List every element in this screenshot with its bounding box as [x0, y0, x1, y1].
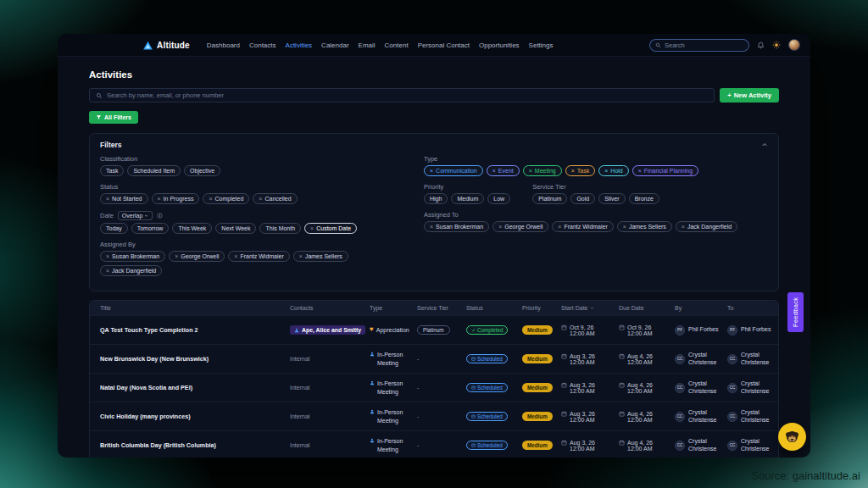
remove-icon[interactable]: ×: [430, 224, 433, 230]
activities-search[interactable]: [89, 88, 715, 103]
remove-icon[interactable]: ×: [638, 168, 642, 174]
column-header-start-date[interactable]: Start Date: [558, 305, 615, 311]
filter-chip[interactable]: × Financial Planning: [632, 165, 698, 176]
table-row[interactable]: Natal Day (Nova Scotia and PEI) Internal…: [90, 373, 778, 402]
date-mode-select[interactable]: Overlap: [118, 211, 153, 220]
filter-chip[interactable]: × Jack Dangerfield: [676, 221, 737, 232]
table-row[interactable]: QA Test Touch Type Completion 2 Ape, Ali…: [90, 315, 778, 344]
filter-chip[interactable]: × James Sellers: [293, 251, 348, 262]
remove-icon[interactable]: ×: [604, 168, 608, 174]
nav-item[interactable]: Dashboard: [207, 42, 240, 49]
remove-icon[interactable]: ×: [529, 168, 532, 174]
info-icon[interactable]: [157, 213, 163, 219]
filter-chip[interactable]: × Completed: [203, 193, 249, 204]
remove-icon[interactable]: ×: [558, 224, 561, 230]
remove-icon[interactable]: ×: [259, 196, 262, 202]
nav-item[interactable]: Settings: [529, 42, 554, 49]
remove-icon[interactable]: ×: [106, 268, 109, 274]
filter-chip[interactable]: × Jack Dangerfield: [100, 265, 162, 276]
chat-mascot-button[interactable]: [778, 423, 806, 451]
activities-search-input[interactable]: [107, 92, 708, 99]
notifications-button[interactable]: [757, 42, 765, 49]
nav-item[interactable]: Activities: [286, 42, 313, 49]
filter-chip[interactable]: × Meeting: [523, 165, 562, 176]
column-header-type[interactable]: Type: [366, 305, 414, 311]
filter-chip[interactable]: × Frantz Widmaier: [552, 221, 613, 232]
column-header-title[interactable]: Title: [90, 305, 287, 311]
filter-chip[interactable]: Platinum: [532, 193, 567, 204]
filter-chip-custom-date[interactable]: × Custom Date: [304, 223, 357, 234]
nav-item[interactable]: Content: [385, 42, 409, 49]
filter-chip[interactable]: × Communication: [424, 165, 483, 176]
all-filters-button[interactable]: All Filters: [89, 111, 138, 124]
filter-chip[interactable]: Silver: [598, 193, 626, 204]
filter-chip[interactable]: High: [424, 193, 448, 204]
filter-chip[interactable]: × Task: [565, 165, 596, 176]
activity-title[interactable]: British Columbia Day (British Columbia): [90, 439, 287, 452]
nav-item[interactable]: Opportunities: [479, 42, 520, 49]
table-row[interactable]: British Columbia Day (British Columbia) …: [90, 430, 778, 458]
filter-chip[interactable]: Medium: [451, 193, 484, 204]
topbar-search-input[interactable]: [665, 42, 743, 49]
remove-icon[interactable]: ×: [571, 168, 575, 174]
filter-chip[interactable]: × Susan Brokerman: [424, 221, 489, 232]
collapse-filters-button[interactable]: [761, 141, 768, 148]
filter-chip[interactable]: Task: [100, 165, 124, 176]
theme-toggle-button[interactable]: [772, 41, 781, 49]
remove-icon[interactable]: ×: [492, 168, 496, 174]
filter-chip[interactable]: Next Week: [215, 223, 256, 234]
filter-chip[interactable]: × Cancelled: [253, 193, 297, 204]
filter-chip[interactable]: Low: [487, 193, 510, 204]
new-activity-button[interactable]: + New Activity: [720, 88, 779, 103]
filter-chip[interactable]: Scheduled Item: [127, 165, 181, 176]
filter-chip[interactable]: × James Sellers: [617, 221, 672, 232]
filter-chip[interactable]: Tomorrow: [131, 223, 170, 234]
topbar-search[interactable]: [649, 39, 749, 52]
remove-icon[interactable]: ×: [430, 168, 433, 174]
filter-chip[interactable]: × Not Started: [100, 193, 148, 204]
table-row[interactable]: Civic Holiday (many provinces) Internal …: [90, 402, 778, 430]
filter-chip[interactable]: × In Progress: [152, 193, 200, 204]
brand-logo[interactable]: Altitude: [142, 40, 190, 51]
column-header-due-date[interactable]: Due Date: [615, 305, 671, 311]
contact-link[interactable]: Ape, Alice and Smitty: [290, 325, 365, 335]
filter-chip[interactable]: × Frantz Widmaier: [228, 251, 289, 262]
remove-icon[interactable]: ×: [209, 196, 212, 202]
remove-icon[interactable]: ×: [158, 196, 161, 202]
column-header-priority[interactable]: Priority: [519, 305, 558, 311]
column-header-status[interactable]: Status: [463, 305, 519, 311]
remove-icon[interactable]: ×: [310, 225, 314, 231]
column-header-service-tier[interactable]: Service Tier: [414, 305, 463, 311]
remove-icon[interactable]: ×: [498, 224, 502, 230]
filter-chip[interactable]: This Month: [259, 223, 301, 234]
column-header-contacts[interactable]: Contacts: [287, 305, 366, 311]
column-header-by[interactable]: By: [671, 305, 724, 311]
filter-chip[interactable]: × Event: [487, 165, 520, 176]
remove-icon[interactable]: ×: [623, 224, 626, 230]
filter-chip[interactable]: × Hold: [598, 165, 629, 176]
filter-chip[interactable]: Bronze: [629, 193, 659, 204]
feedback-button[interactable]: Feedback: [787, 292, 804, 332]
nav-item[interactable]: Personal Contact: [418, 42, 470, 49]
filter-chip[interactable]: Objective: [184, 165, 220, 176]
remove-icon[interactable]: ×: [175, 253, 178, 259]
filter-chip[interactable]: This Week: [172, 223, 212, 234]
column-header-to[interactable]: To: [724, 305, 778, 311]
remove-icon[interactable]: ×: [234, 253, 237, 259]
remove-icon[interactable]: ×: [106, 196, 109, 202]
nav-item[interactable]: Calendar: [321, 42, 348, 49]
activity-title[interactable]: Natal Day (Nova Scotia and PEI): [90, 381, 287, 394]
filter-chip[interactable]: × George Orwell: [492, 221, 548, 232]
nav-item[interactable]: Contacts: [249, 42, 276, 49]
user-avatar[interactable]: [788, 39, 800, 51]
activity-title[interactable]: Civic Holiday (many provinces): [90, 410, 287, 423]
table-row[interactable]: New Brunswick Day (New Brunswick) Intern…: [90, 344, 778, 373]
filter-chip[interactable]: Gold: [570, 193, 595, 204]
activity-title[interactable]: QA Test Touch Type Completion 2: [90, 324, 287, 336]
nav-item[interactable]: Email: [359, 42, 376, 49]
remove-icon[interactable]: ×: [682, 224, 685, 230]
filter-chip[interactable]: × Susan Brokerman: [100, 251, 165, 262]
activity-title[interactable]: New Brunswick Day (New Brunswick): [90, 352, 287, 365]
filter-chip[interactable]: Today: [100, 223, 128, 234]
remove-icon[interactable]: ×: [106, 253, 109, 259]
